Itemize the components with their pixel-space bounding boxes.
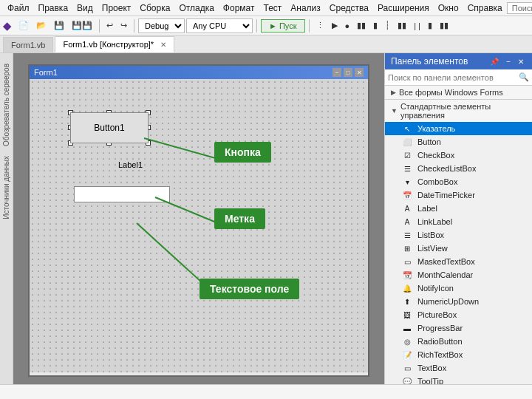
- extra-btn7[interactable]: ▮▮: [395, 19, 409, 32]
- tab-close-icon[interactable]: ✕: [160, 41, 166, 49]
- toolbox-header: Панель элементов 📌 − ✕: [385, 53, 532, 69]
- extra-btn5[interactable]: ▮: [370, 19, 381, 32]
- menu-view[interactable]: Вид: [72, 1, 98, 15]
- open-btn[interactable]: 📂: [33, 19, 50, 32]
- toolbox-item-checkedlistbox[interactable]: ☰CheckedListBox: [385, 162, 532, 175]
- tabs-bar: Form1.vb Form1.vb [Конструктор]* ✕: [0, 35, 532, 53]
- menu-file[interactable]: Файл: [3, 1, 34, 15]
- left-tabs: Обозреватель серверов Источники данных: [0, 53, 13, 384]
- item-icon-4: ▾: [401, 178, 413, 186]
- item-label-7: LinkLabel: [417, 217, 452, 226]
- textbox1-control[interactable]: [74, 186, 170, 202]
- toolbox-pin-btn[interactable]: 📌: [488, 57, 501, 66]
- toolbox-item-maskedtextbox[interactable]: ▭MaskedTextBox: [385, 255, 532, 268]
- form-close-btn[interactable]: ✕: [355, 68, 364, 77]
- tab-form1vb[interactable]: Form1.vb: [3, 37, 53, 52]
- item-icon-16: ◎: [401, 338, 413, 346]
- save-btn[interactable]: 💾: [51, 19, 67, 32]
- toolbox-item-richtextbox[interactable]: 📝RichTextBox: [385, 348, 532, 361]
- left-tab-server-explorer[interactable]: Обозреватель серверов: [1, 61, 12, 149]
- toolbox-section-standard: ▼ Стандартные элементы управления ↖Указа…: [385, 100, 532, 384]
- toolbox-item-progressbar[interactable]: ▬ProgressBar: [385, 321, 532, 335]
- toolbox-item-monthcalendar[interactable]: 📆MonthCalendar: [385, 268, 532, 282]
- toolbox-item-listview[interactable]: ⊞ListView: [385, 242, 532, 255]
- extra-btn10[interactable]: ▮▮: [437, 19, 451, 32]
- menu-edit[interactable]: Правка: [34, 1, 73, 15]
- item-icon-13: ⬆: [401, 298, 413, 306]
- toolbox-section-allforms-header[interactable]: ▶ Все формы Windows Forms: [385, 86, 532, 99]
- toolbox-item-label[interactable]: ALabel: [385, 202, 532, 215]
- extra-btn3[interactable]: ●: [342, 20, 353, 32]
- toolbox-item-textbox[interactable]: ▭TextBox: [385, 361, 532, 375]
- menu-tools[interactable]: Средства: [325, 1, 373, 15]
- undo-btn[interactable]: ↩: [103, 19, 116, 32]
- item-icon-2: ☑: [401, 151, 413, 160]
- item-label-15: ProgressBar: [417, 324, 463, 332]
- item-icon-7: A: [401, 218, 413, 226]
- item-icon-19: 💬: [401, 378, 413, 385]
- toolbox-item-radiobutton[interactable]: ◎RadioButton: [385, 335, 532, 348]
- item-icon-0: ↖: [401, 125, 413, 133]
- form-titlebar: Form1 − □ ✕: [30, 66, 368, 79]
- platform-dropdown[interactable]: Any CPU: [186, 18, 253, 33]
- toolbox-item-combobox[interactable]: ▾ComboBox: [385, 175, 532, 188]
- toolbox-section-allforms: ▶ Все формы Windows Forms: [385, 86, 532, 100]
- sep2: [134, 19, 134, 33]
- callout-button-text: Кнопка: [225, 146, 261, 158]
- toolbox-item-notifyicon[interactable]: 🔔NotifyIcon: [385, 282, 532, 295]
- search-icon: 🔍: [519, 72, 529, 82]
- label1-control[interactable]: Label1: [118, 160, 143, 169]
- menu-build[interactable]: Сборка: [135, 1, 174, 15]
- toolbox-item-указатель[interactable]: ↖Указатель: [385, 122, 532, 135]
- extra-btn8[interactable]: | |: [411, 20, 423, 32]
- menu-test[interactable]: Тест: [259, 1, 286, 15]
- menu-extensions[interactable]: Расширения: [373, 1, 434, 15]
- new-project-btn[interactable]: 📄: [16, 19, 32, 32]
- extra-btn6[interactable]: ┆: [382, 19, 393, 32]
- redo-btn[interactable]: ↪: [117, 19, 130, 32]
- toolbox-section-standard-header[interactable]: ▼ Стандартные элементы управления: [385, 100, 532, 122]
- main-area: Обозреватель серверов Источники данных F…: [0, 53, 532, 384]
- toolbox-item-picturebox[interactable]: 🖼PictureBox: [385, 308, 532, 321]
- designer-area[interactable]: Form1 − □ ✕: [13, 53, 384, 384]
- toolbox-close-btn[interactable]: ✕: [516, 57, 526, 66]
- extra-btn1[interactable]: ⋮: [313, 19, 327, 32]
- toolbox-item-numericupdown[interactable]: ⬆NumericUpDown: [385, 295, 532, 308]
- extra-btn2[interactable]: ▶: [329, 19, 341, 32]
- menu-project[interactable]: Проект: [98, 1, 136, 15]
- item-label-10: MaskedTextBox: [417, 257, 475, 266]
- menu-format[interactable]: Формат: [219, 1, 259, 15]
- menu-help[interactable]: Справка: [463, 1, 507, 15]
- toolbox-minimize-btn[interactable]: −: [504, 57, 513, 66]
- save-all-btn[interactable]: 💾💾: [69, 19, 95, 32]
- left-tab-data-sources[interactable]: Источники данных: [1, 153, 12, 222]
- item-icon-11: 📆: [401, 271, 413, 279]
- label1-text: Label1: [118, 160, 143, 169]
- play-button[interactable]: ► Пуск: [261, 19, 305, 33]
- toolbox-item-checkbox[interactable]: ☑CheckBox: [385, 149, 532, 162]
- menu-debug[interactable]: Отладка: [174, 1, 218, 15]
- button1-label: Button1: [94, 123, 124, 133]
- button1-control[interactable]: Button1: [70, 112, 149, 143]
- search-input[interactable]: [507, 2, 532, 14]
- form-body[interactable]: Button1 Label1: [30, 79, 368, 372]
- item-icon-6: A: [401, 205, 413, 213]
- toolbox-item-listbox[interactable]: ☰ListBox: [385, 228, 532, 242]
- item-label-1: Button: [417, 137, 441, 146]
- extra-btn9[interactable]: ▮: [425, 19, 435, 32]
- item-label-11: MonthCalendar: [417, 270, 473, 279]
- callout-label-text: Метка: [225, 213, 255, 225]
- form-minimize-btn[interactable]: −: [332, 68, 341, 77]
- menu-window[interactable]: Окно: [434, 1, 463, 15]
- extra-btn4[interactable]: ▮▮: [354, 19, 369, 32]
- form-maximize-btn[interactable]: □: [344, 68, 352, 77]
- config-dropdown[interactable]: Debug: [138, 18, 185, 33]
- toolbox-search-input[interactable]: [388, 73, 519, 82]
- item-label-18: TextBox: [417, 364, 446, 372]
- toolbox-item-datetimepicker[interactable]: 📅DateTimePicker: [385, 188, 532, 202]
- toolbox-item-tooltip[interactable]: 💬ToolTip: [385, 375, 532, 384]
- menu-analyze[interactable]: Анализ: [286, 1, 325, 15]
- toolbox-item-button[interactable]: ⬜Button: [385, 135, 532, 149]
- toolbox-item-linklabel[interactable]: ALinkLabel: [385, 215, 532, 228]
- tab-form1vb-designer[interactable]: Form1.vb [Конструктор]* ✕: [55, 36, 174, 52]
